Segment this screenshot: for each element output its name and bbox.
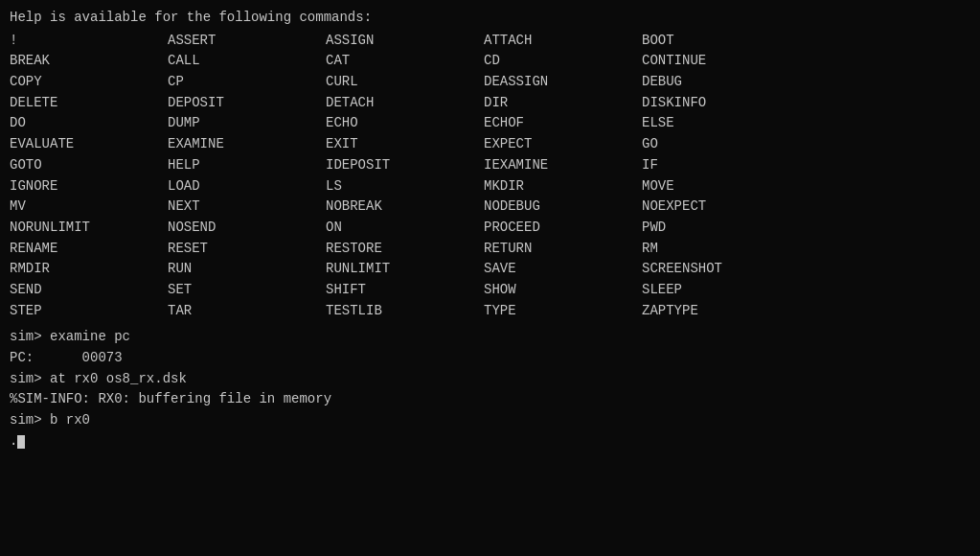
text-cursor — [17, 435, 25, 449]
command-item: NOBREAK — [326, 197, 484, 218]
command-item: RESTORE — [326, 239, 484, 260]
command-item: HELP — [168, 155, 326, 176]
command-item: TAR — [168, 301, 326, 322]
command-item: RUN — [168, 259, 326, 280]
command-item: COPY — [10, 72, 168, 93]
cursor-line[interactable]: . — [10, 431, 970, 452]
command-item: PWD — [642, 218, 800, 239]
command-item: CD — [484, 51, 642, 72]
command-item: TYPE — [484, 301, 642, 322]
command-item: GOTO — [10, 155, 168, 176]
command-item: ELSE — [642, 113, 800, 134]
command-item: ZAPTYPE — [642, 301, 800, 322]
command-item: PROCEED — [484, 218, 642, 239]
command-item: DEPOSIT — [168, 93, 326, 114]
session-line: sim> at rx0 os8_rx.dsk — [10, 369, 970, 390]
session-line: sim> b rx0 — [10, 410, 970, 431]
command-item: RMDIR — [10, 259, 168, 280]
terminal: Help is available for the following comm… — [10, 8, 970, 548]
command-item: ECHO — [326, 113, 484, 134]
session-line: sim> examine pc — [10, 327, 970, 348]
session-line: PC: 00073 — [10, 348, 970, 369]
command-item: BOOT — [642, 31, 800, 52]
command-item: ECHOF — [484, 113, 642, 134]
command-item: CURL — [326, 72, 484, 93]
command-item: DO — [10, 113, 168, 134]
command-item: SCREENSHOT — [642, 259, 800, 280]
command-item: ! — [10, 31, 168, 52]
command-item: DUMP — [168, 113, 326, 134]
command-item: NODEBUG — [484, 197, 642, 218]
command-item: DEASSIGN — [484, 72, 642, 93]
command-item: DETACH — [326, 93, 484, 114]
command-item: LOAD — [168, 176, 326, 197]
command-item: CP — [168, 72, 326, 93]
command-item: BREAK — [10, 51, 168, 72]
command-item: IDEPOSIT — [326, 155, 484, 176]
command-item: DEBUG — [642, 72, 800, 93]
command-item: CONTINUE — [642, 51, 800, 72]
command-item: EVALUATE — [10, 134, 168, 155]
command-item: STEP — [10, 301, 168, 322]
command-item: ASSIGN — [326, 31, 484, 52]
command-item: DIR — [484, 93, 642, 114]
command-item: MKDIR — [484, 176, 642, 197]
command-item: DELETE — [10, 93, 168, 114]
command-item: NEXT — [168, 197, 326, 218]
command-item: MOVE — [642, 176, 800, 197]
command-item: RETURN — [484, 239, 642, 260]
command-item: EXIT — [326, 134, 484, 155]
command-item: RESET — [168, 239, 326, 260]
command-item: EXPECT — [484, 134, 642, 155]
help-header: Help is available for the following comm… — [10, 8, 970, 29]
command-item: RUNLIMIT — [326, 259, 484, 280]
prompt-section: sim> examine pcPC: 00073sim> at rx0 os8_… — [10, 327, 970, 452]
command-item: SLEEP — [642, 280, 800, 301]
command-item: TESTLIB — [326, 301, 484, 322]
command-item: SAVE — [484, 259, 642, 280]
command-item: RM — [642, 239, 800, 260]
command-item: ATTACH — [484, 31, 642, 52]
command-item: GO — [642, 134, 800, 155]
command-item: SHIFT — [326, 280, 484, 301]
command-item: SHOW — [484, 280, 642, 301]
command-item: SEND — [10, 280, 168, 301]
command-item: NORUNLIMIT — [10, 218, 168, 239]
command-item: NOSEND — [168, 218, 326, 239]
commands-grid: !ASSERTASSIGNATTACHBOOTBREAKCALLCATCDCON… — [10, 31, 970, 322]
session-line: %SIM-INFO: RX0: buffering file in memory — [10, 389, 970, 410]
command-item: DISKINFO — [642, 93, 800, 114]
command-item: IF — [642, 155, 800, 176]
command-item: MV — [10, 197, 168, 218]
command-item: SET — [168, 280, 326, 301]
command-item: CAT — [326, 51, 484, 72]
command-item: RENAME — [10, 239, 168, 260]
command-item: NOEXPECT — [642, 197, 800, 218]
command-item: EXAMINE — [168, 134, 326, 155]
command-item: IEXAMINE — [484, 155, 642, 176]
command-item: ON — [326, 218, 484, 239]
command-item: IGNORE — [10, 176, 168, 197]
command-item: CALL — [168, 51, 326, 72]
command-item: LS — [326, 176, 484, 197]
command-item: ASSERT — [168, 31, 326, 52]
